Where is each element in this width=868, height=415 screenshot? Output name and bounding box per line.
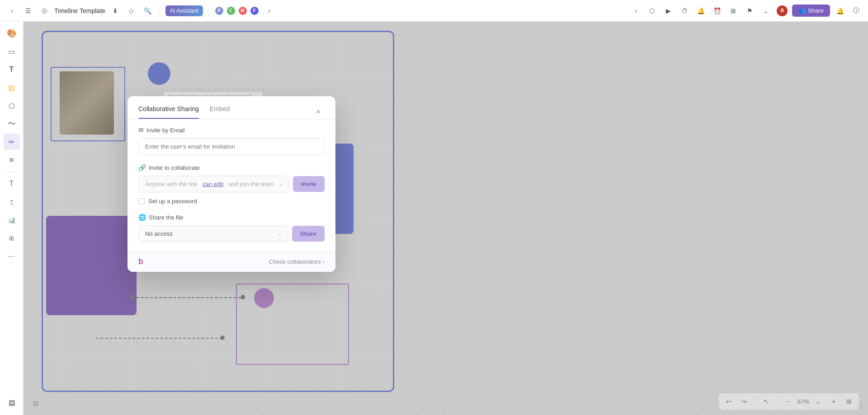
modal-overlay: Collaborative Sharing Embed × ✉ Invite b… <box>24 22 868 415</box>
invite-button[interactable]: Invite <box>293 176 325 192</box>
tag-button[interactable]: ◇ <box>125 5 138 17</box>
boardmix-logo-icon: ⊕ <box>38 5 51 17</box>
boardmix-footer-logo: b <box>138 257 143 266</box>
permission-chevron-icon: ⌄ <box>279 182 283 187</box>
tab-collaborative-sharing[interactable]: Collaborative Sharing <box>138 105 199 119</box>
tab-embed[interactable]: Embed <box>210 105 230 119</box>
sidebar-pen[interactable]: 〜 <box>4 116 20 132</box>
modal-tabs: Collaborative Sharing Embed <box>138 105 230 119</box>
separator-2 <box>208 5 209 16</box>
modal-close-button[interactable]: × <box>312 106 325 118</box>
more-docs-button[interactable]: › <box>263 5 276 17</box>
collaborative-sharing-modal: Collaborative Sharing Embed × ✉ Invite b… <box>127 96 335 272</box>
ai-assistant-button[interactable]: AI Assistant <box>165 5 203 16</box>
invite-to-collaborate-label: 🔗 Invite to collaborate <box>138 164 325 171</box>
toolbar-right: › ⬡ ▶ ⏱ 🔔 ⏰ ⊞ ⚑ ⌄ B 👥 Share 🔔 ⓘ <box>629 5 863 17</box>
sidebar-more[interactable]: ⋯ <box>4 248 20 264</box>
share-file-label: 🌐 Share the file <box>138 214 325 221</box>
alert-icon[interactable]: 🔔 <box>834 5 846 17</box>
download-button[interactable]: ⬇ <box>109 5 122 17</box>
sidebar-pencil[interactable]: ✏ <box>4 134 20 150</box>
sidebar-divider-1 <box>5 172 18 172</box>
sidebar-text[interactable]: T <box>4 61 20 78</box>
sidebar-gallery[interactable]: 🖼 <box>4 395 20 411</box>
back-button[interactable]: ‹ <box>5 5 18 17</box>
chevron-right-icon[interactable]: › <box>629 5 642 17</box>
no-access-dropdown[interactable]: No access ⌄ <box>138 225 288 242</box>
email-icon: ✉ <box>138 126 144 134</box>
doc-icon-4[interactable]: F <box>250 6 259 16</box>
sidebar-eraser[interactable]: ✕ <box>4 152 20 168</box>
link-permission-dropdown[interactable]: can edit <box>203 181 223 187</box>
menu-button[interactable]: ☰ <box>22 5 34 17</box>
invite-link-row: Anyone with the link can edit and join t… <box>138 176 325 192</box>
doc-icon-1[interactable]: P <box>214 6 224 16</box>
share-file-row: No access ⌄ Share <box>138 225 325 242</box>
help-icon[interactable]: ⓘ <box>850 5 863 17</box>
timer-icon[interactable]: ⏱ <box>678 5 691 17</box>
document-title: Timeline Template <box>54 7 105 14</box>
link-icon: 🔗 <box>138 164 146 171</box>
check-collaborators-arrow-icon: › <box>323 258 325 265</box>
sidebar-text-tool[interactable]: T <box>4 176 20 192</box>
user-avatar[interactable]: B <box>776 5 788 17</box>
link-prefix-text: Anyone with the link <box>145 181 198 187</box>
history-icon[interactable]: ⏰ <box>711 5 723 17</box>
sidebar-frame[interactable]: ▭ <box>4 43 20 60</box>
share-button[interactable]: 👥 Share <box>792 5 830 17</box>
modal-footer: b Check collaborators › <box>127 251 335 272</box>
sidebar-sticky[interactable]: ▨ <box>4 79 20 96</box>
notification-icon[interactable]: 🔔 <box>694 5 707 17</box>
doc-icon-2[interactable]: C <box>226 6 236 16</box>
globe-icon: 🌐 <box>138 214 146 221</box>
open-docs-icons: P C M F <box>214 6 259 16</box>
link-suffix-text: and join the team <box>228 181 274 187</box>
toolbar-left: ‹ ☰ ⊕ Timeline Template ⬇ ◇ 🔍 AI Assista… <box>5 5 626 17</box>
doc-icon-3[interactable]: M <box>238 6 248 16</box>
sidebar-color-palette[interactable]: 🎨 <box>4 25 20 42</box>
sidebar-grid[interactable]: ⊞ <box>4 230 20 246</box>
left-sidebar: 🎨 ▭ T ▨ ⬡ 〜 ✏ ✕ T T̲ 📊 ⊞ ⋯ 🖼 <box>0 22 24 415</box>
sidebar-shape[interactable]: ⬡ <box>4 98 20 114</box>
invite-by-email-label: ✉ Invite by Email <box>138 126 325 134</box>
sidebar-chart[interactable]: 📊 <box>4 212 20 228</box>
password-checkbox[interactable] <box>138 198 145 205</box>
invite-link-box[interactable]: Anyone with the link can edit and join t… <box>138 176 289 192</box>
email-input-field[interactable] <box>138 138 325 155</box>
grid-icon[interactable]: ⊞ <box>727 5 740 17</box>
modal-body: ✉ Invite by Email 🔗 Invite to collaborat… <box>127 119 335 251</box>
top-toolbar: ‹ ☰ ⊕ Timeline Template ⬇ ◇ 🔍 AI Assista… <box>0 0 868 22</box>
access-chevron-icon: ⌄ <box>278 231 282 236</box>
share-file-button[interactable]: Share <box>292 226 325 242</box>
password-label-text: Set up a password <box>148 198 197 205</box>
template-icon[interactable]: ⬡ <box>646 5 658 17</box>
share-icon: 👥 <box>798 7 806 14</box>
check-collaborators-link[interactable]: Check collaborators › <box>269 258 325 265</box>
separator-1 <box>160 5 160 16</box>
sidebar-text-style[interactable]: T̲ <box>4 194 20 210</box>
password-row: Set up a password <box>138 198 325 205</box>
search-button[interactable]: 🔍 <box>142 5 154 17</box>
flag-icon[interactable]: ⚑ <box>743 5 756 17</box>
chevron-down-icon[interactable]: ⌄ <box>760 5 772 17</box>
play-icon[interactable]: ▶ <box>662 5 675 17</box>
modal-header: Collaborative Sharing Embed × <box>127 96 335 119</box>
